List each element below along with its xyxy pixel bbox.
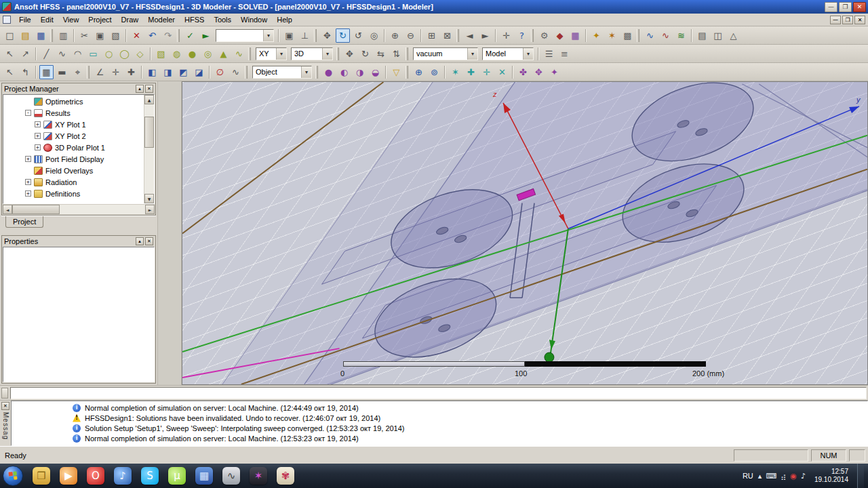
lumped-port-icon[interactable]: ∿	[658, 28, 673, 43]
draw-ellipse-icon[interactable]: ◯	[117, 47, 132, 61]
snap-vertex-icon[interactable]: ✶	[448, 65, 462, 79]
scroll-up-button[interactable]: ▲	[144, 95, 154, 104]
menu-edit[interactable]: Edit	[36, 14, 58, 26]
input-bar-handle[interactable]	[1, 388, 8, 399]
tree-item-definitions[interactable]: + Definitions	[3, 188, 144, 199]
local-cs-icon[interactable]: ⊚	[427, 65, 441, 79]
tree-item-results[interactable]: - Results	[3, 107, 144, 119]
close-button[interactable]: ✕	[853, 2, 866, 12]
mesh-overlay-icon[interactable]: ▩	[620, 28, 635, 43]
intersect-icon[interactable]: ◩	[176, 65, 191, 79]
taskbar-opera-icon[interactable]: O	[82, 464, 109, 487]
properties-pin-button[interactable]: ▴	[136, 237, 144, 245]
toolbar-grip[interactable]	[336, 47, 339, 60]
draw-rectangle-icon[interactable]: ▭	[86, 47, 100, 61]
tree-item-xy-plot-1[interactable]: + XY Plot 1	[3, 119, 144, 130]
status-input[interactable]	[10, 387, 867, 399]
taskbar-paint-icon[interactable]: ✾	[272, 464, 299, 487]
object-attributes-icon[interactable]: ☰	[542, 47, 556, 61]
project-tree[interactable]: Optimetrics - Results	[3, 95, 144, 203]
taskbar-volume-mixer-icon[interactable]: ♪	[109, 464, 136, 487]
snap-center-icon[interactable]: ✛	[479, 65, 494, 79]
toolbar-grip[interactable]	[50, 29, 53, 42]
solve-setup-icon[interactable]: ⚙	[537, 28, 551, 43]
chevron-down-icon[interactable]: ▾	[322, 48, 332, 60]
print-icon[interactable]: ▥	[56, 28, 71, 43]
matrix-data-icon[interactable]: ▦	[568, 28, 583, 43]
toolbar-grip[interactable]	[406, 66, 408, 79]
redo-icon[interactable]: ↷	[161, 28, 175, 43]
tree-expand-box[interactable]: -	[25, 110, 31, 116]
draw-torus-icon[interactable]: ◎	[201, 47, 215, 61]
toolbar-grip[interactable]	[531, 29, 534, 42]
taskbar-modeler-icon[interactable]: ✶	[245, 464, 272, 487]
tree-expand-box[interactable]: +	[35, 144, 41, 150]
tree-expand-box[interactable]: +	[25, 179, 31, 185]
tree-item-field-overlays[interactable]: Field Overlays	[3, 165, 144, 176]
draw-polygon-icon[interactable]: ◇	[133, 47, 147, 61]
previous-view-icon[interactable]: ◄	[462, 28, 477, 43]
field-surface-icon[interactable]: ◒	[368, 65, 382, 79]
move-icon[interactable]: ✥	[342, 47, 357, 61]
tree-expand-box[interactable]: +	[35, 121, 41, 127]
properties-close-button[interactable]: ✕	[145, 237, 153, 245]
draw-sphere-icon[interactable]: ●	[185, 47, 199, 61]
filter-icon[interactable]: ▽	[389, 65, 403, 79]
project-tree-horizontal-scrollbar[interactable]: ◄ ►	[3, 204, 155, 214]
coordinate-system-icon[interactable]: ✛	[108, 65, 123, 79]
menu-view[interactable]: View	[58, 14, 84, 26]
new-icon[interactable]: □	[3, 28, 17, 43]
measure-icon[interactable]: ∠	[93, 65, 107, 79]
select-arrow-icon[interactable]: ↖	[3, 65, 17, 79]
save-icon[interactable]: ▦	[34, 28, 48, 43]
draw-box-icon[interactable]: ▧	[154, 47, 168, 61]
menu-help[interactable]: Help	[272, 14, 297, 26]
toolbar-grip[interactable]	[456, 29, 459, 42]
tray-hidden-icons-button[interactable]: ▴	[758, 472, 762, 481]
paste-icon[interactable]: ▧	[108, 28, 123, 43]
radiation-pattern-icon[interactable]: ✶	[605, 28, 619, 43]
report-icon[interactable]: ▤	[695, 28, 709, 43]
measure-position-icon[interactable]: ✤	[516, 65, 530, 79]
wave-port-icon[interactable]: ∿	[643, 28, 657, 43]
mdi-minimize-button[interactable]: —	[830, 16, 841, 24]
dock-splitter[interactable]	[157, 81, 182, 385]
menu-tools[interactable]: Tools	[209, 14, 236, 26]
modeler-viewport[interactable]: 0 100 200 (mm) z y	[182, 81, 868, 385]
chevron-down-icon[interactable]: ▾	[523, 48, 533, 60]
message-item[interactable]: ! HFSSDesign1: Solutions have been inval…	[73, 413, 867, 423]
measure-length-icon[interactable]: ✥	[532, 65, 546, 79]
select-object-icon[interactable]: ↖	[3, 47, 17, 61]
field-point-icon[interactable]: ◐	[337, 65, 351, 79]
properties-header[interactable]: Properties ▴✕	[2, 236, 155, 247]
menu-window[interactable]: Window	[236, 14, 272, 26]
taskbar-media-player-icon[interactable]: ▶	[55, 464, 82, 487]
dataset-icon[interactable]: ◫	[711, 28, 725, 43]
chevron-down-icon[interactable]: ▾	[263, 30, 273, 41]
menu-hfss[interactable]: HFSS	[180, 14, 209, 26]
tree-item-xy-plot-2[interactable]: + XY Plot 2	[3, 130, 144, 142]
drawing-plane-combo[interactable]: XY▾	[256, 47, 287, 60]
draw-helix-icon[interactable]: ∿	[232, 47, 246, 61]
tree-expand-box[interactable]: +	[25, 156, 31, 162]
select-face-icon[interactable]: ↗	[18, 47, 33, 61]
pan-icon[interactable]: ✥	[320, 28, 334, 43]
split-icon[interactable]: ◪	[192, 65, 206, 79]
subtract-icon[interactable]: ◨	[161, 65, 175, 79]
draw-arc-icon[interactable]: ◠	[71, 47, 85, 61]
toolbar-grip[interactable]	[406, 47, 408, 60]
rotate-view-icon[interactable]: ↻	[336, 28, 350, 43]
taskbar-hfss-save-icon[interactable]: ▦	[191, 464, 218, 487]
zoom-out-icon[interactable]: ⊖	[403, 28, 418, 43]
toolbar-grip[interactable]	[245, 66, 248, 79]
history-tree-icon[interactable]: ≡	[557, 47, 572, 61]
project-tab[interactable]: Project	[5, 216, 43, 228]
snap-edge-icon[interactable]: ✚	[464, 65, 478, 79]
dimension-combo[interactable]: 3D▾	[291, 47, 333, 60]
taskbar-start-button[interactable]	[3, 466, 23, 486]
properties-body[interactable]	[3, 247, 155, 382]
mirror-icon[interactable]: ⇆	[374, 47, 388, 61]
tree-expand-box[interactable]: +	[35, 133, 41, 139]
message-list[interactable]: i Normal completion of simulation on ser…	[11, 401, 868, 446]
zoom-in-icon[interactable]: ⊕	[388, 28, 402, 43]
